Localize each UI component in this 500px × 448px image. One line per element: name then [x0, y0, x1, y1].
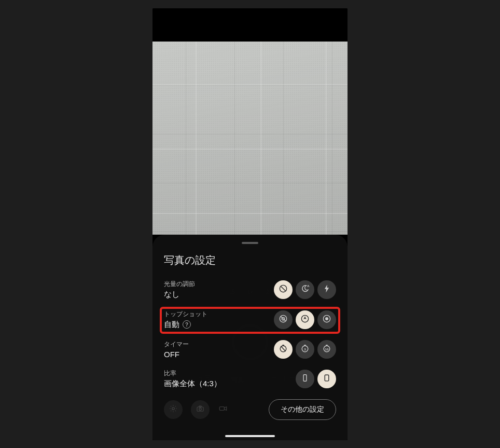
topshot-off-button[interactable]	[274, 310, 293, 329]
svg-text:10: 10	[325, 347, 329, 350]
night-auto-icon: A	[300, 283, 310, 296]
svg-text:A: A	[303, 315, 307, 320]
ratio-4-3-icon	[322, 373, 332, 385]
topshot-on-icon	[322, 314, 332, 326]
topshot-auto-icon: A	[300, 314, 310, 326]
svg-point-24	[172, 407, 175, 410]
video-icon	[218, 406, 228, 415]
svg-line-1	[281, 286, 286, 291]
row-ratio: 比率 画像全体（4:3）	[164, 364, 336, 394]
row-flash: 光量の調節 なし A	[164, 275, 336, 305]
grid-overlay	[152, 42, 348, 235]
svg-point-9	[325, 317, 328, 320]
flash-icon	[322, 283, 332, 296]
ratio-value: 画像全体（4:3）	[164, 379, 221, 389]
flash-auto-button[interactable]: A	[296, 280, 314, 299]
svg-rect-22	[303, 374, 307, 381]
svg-rect-27	[199, 406, 202, 407]
ratio-label: 比率	[164, 369, 221, 378]
flash-value: なし	[164, 290, 195, 300]
no-symbol-icon	[278, 283, 288, 296]
svg-rect-28	[219, 406, 224, 410]
timer-off-icon	[278, 343, 288, 356]
camera-icon	[196, 404, 205, 415]
sheet-title: 写真の設定	[164, 253, 336, 267]
timer-3-icon: 3	[300, 343, 310, 356]
ratio-4-3-button[interactable]	[317, 370, 336, 388]
flash-on-button[interactable]	[317, 280, 336, 299]
home-indicator[interactable]	[225, 435, 275, 437]
topshot-off-icon	[278, 314, 288, 326]
status-bar	[152, 8, 348, 42]
ratio-tall-icon	[300, 373, 310, 385]
more-settings-button[interactable]: その他の設定	[269, 399, 336, 420]
svg-rect-23	[325, 375, 329, 381]
flash-label: 光量の調節	[164, 280, 195, 289]
svg-rect-25	[197, 407, 203, 411]
camera-viewfinder[interactable]	[152, 42, 348, 235]
timer-3s-button[interactable]: 3	[296, 340, 314, 359]
ratio-full-button[interactable]	[296, 370, 314, 388]
video-mode-button[interactable]	[218, 403, 228, 416]
topshot-auto-button[interactable]: A	[296, 310, 314, 329]
phone-frame: .5 1x 2 夜景 写真 ポートレート 写真の設定 光量の調節 なし	[152, 8, 348, 440]
timer-label: タイマー	[164, 340, 189, 349]
timer-value: OFF	[164, 350, 189, 359]
settings-gear-button[interactable]	[164, 400, 183, 419]
help-icon[interactable]: ?	[183, 320, 191, 329]
sheet-grabber[interactable]	[242, 242, 258, 244]
sheet-footer: その他の設定	[164, 399, 336, 420]
svg-text:3: 3	[304, 347, 306, 350]
topshot-value: 自動	[164, 320, 179, 330]
flash-off-button[interactable]	[274, 280, 293, 299]
row-topshot: トップショット 自動 ? A	[164, 305, 336, 335]
timer-off-button[interactable]	[274, 340, 293, 359]
gear-icon	[169, 404, 178, 415]
row-timer: タイマー OFF 3 10	[164, 335, 336, 364]
topshot-on-button[interactable]	[317, 310, 336, 329]
svg-text:A: A	[307, 284, 310, 287]
timer-10s-button[interactable]: 10	[317, 340, 336, 359]
svg-line-13	[281, 346, 285, 351]
photo-settings-sheet: 写真の設定 光量の調節 なし A	[152, 235, 348, 440]
topshot-label: トップショット	[164, 310, 207, 319]
photo-mode-button[interactable]	[191, 400, 210, 419]
svg-point-26	[199, 408, 202, 410]
timer-10-icon: 10	[322, 343, 332, 356]
